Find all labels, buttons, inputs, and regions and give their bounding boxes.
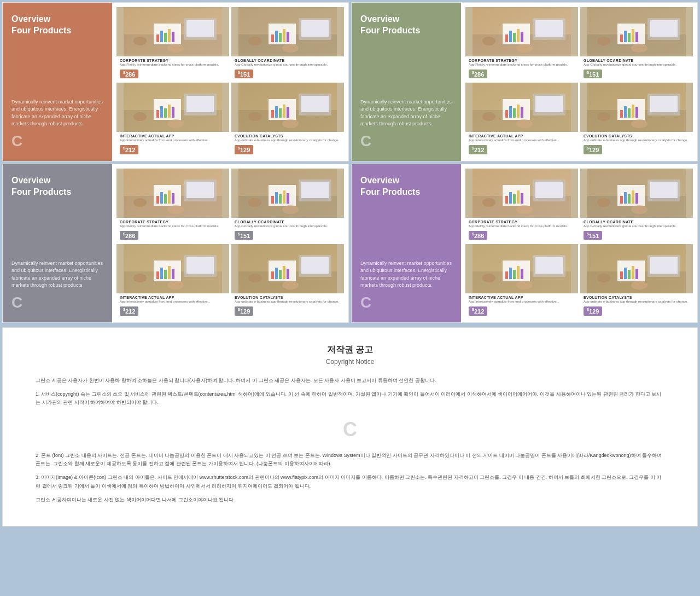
svg-rect-63 (650, 20, 678, 37)
product-price: $129 (235, 306, 253, 316)
svg-rect-115 (275, 192, 278, 204)
product-price-row: $151 (584, 70, 690, 79)
copyright-paragraph-3: 3. 이미지(Image) & 아이콘(Icon) 그린소 내의 아이들은. 사… (36, 473, 664, 490)
svg-point-95 (631, 119, 648, 128)
svg-rect-123 (186, 257, 214, 274)
product-info: EVOLUTION CATALYSTSApp ordinate e-busine… (580, 293, 693, 317)
product-price: $212 (120, 145, 138, 154)
svg-rect-32 (164, 108, 167, 118)
svg-rect-166 (635, 193, 638, 204)
svg-point-167 (631, 205, 648, 214)
product-name: INTERACTIVE ACTUAL APP (469, 134, 575, 138)
svg-point-119 (282, 205, 299, 214)
slide-description: Dynamically reinvent market opportunitie… (11, 99, 103, 128)
svg-point-191 (631, 281, 648, 290)
svg-rect-165 (632, 190, 634, 204)
product-image (116, 83, 229, 132)
product-image (580, 83, 693, 132)
product-card: EVOLUTION CATALYSTSApp ordinate e-busine… (580, 83, 693, 156)
svg-rect-127 (160, 268, 163, 279)
svg-point-155 (516, 205, 533, 214)
copyright-body: 그린소 세공은 사용자가 한번이 사용하 향하여 소하늘은 사용되 합니다(사용… (36, 377, 664, 505)
product-card: GLOBALLY OCARDINATEApp Globally revoluti… (231, 7, 344, 80)
svg-rect-163 (624, 192, 627, 204)
svg-point-88 (597, 112, 610, 121)
product-subtitle: App Fleibly reintermediate backend ideas… (469, 224, 575, 229)
svg-rect-93 (632, 105, 634, 118)
product-subtitle: App Globally revolutionize global source… (584, 63, 690, 67)
product-price: $212 (469, 306, 487, 316)
svg-point-76 (482, 112, 495, 121)
svg-rect-104 (164, 194, 167, 204)
svg-rect-79 (509, 106, 512, 118)
svg-point-100 (133, 198, 147, 207)
copyright-paragraph-0: 그린소 세공은 사용자가 한번이 사용하 향하여 소하늘은 사용되 합니다(사용… (36, 377, 664, 385)
product-subtitle: App Fleibly reintermediate backend ideas… (120, 224, 226, 229)
product-price-row: $286 (120, 231, 226, 240)
product-info: EVOLUTION CATALYSTSApp ordinate e-busine… (231, 293, 344, 317)
slide-gray: OverviewFour ProductsDynamically reinven… (2, 164, 349, 323)
svg-rect-153 (517, 190, 520, 204)
svg-rect-70 (635, 32, 638, 42)
svg-rect-34 (172, 107, 174, 118)
product-info: INTERACTIVE ACTUAL APPApp Interactively … (465, 132, 578, 156)
product-subtitle: App Fleibly reintermediate backend ideas… (120, 63, 226, 67)
product-info: CORPORATE STRATEGYApp Fleibly reintermed… (465, 218, 578, 242)
slide-purple: OverviewFour ProductsDynamically reinven… (351, 164, 698, 323)
svg-point-184 (597, 274, 610, 282)
slide-title: OverviewFour Products (11, 14, 103, 37)
svg-rect-189 (632, 266, 634, 279)
product-name: CORPORATE STRATEGY (120, 220, 226, 224)
svg-rect-141 (283, 266, 285, 279)
slide-description: Dynamically reinvent market opportunitie… (360, 260, 452, 290)
product-price-row: $212 (120, 145, 226, 154)
slide-left-panel: OverviewFour ProductsDynamically reinven… (3, 164, 112, 322)
product-price-row: $212 (469, 306, 575, 316)
svg-rect-138 (271, 271, 274, 279)
copyright-paragraph-1: 1. 서비스(copyright) 속는 그린소의 쓰요 및 서비스에 관련된 … (36, 390, 664, 407)
product-card: GLOBALLY OCARDINATEApp Globally revoluti… (231, 169, 344, 242)
product-card: INTERACTIVE ACTUAL APPApp Interactively … (116, 244, 229, 317)
svg-point-124 (133, 274, 147, 282)
svg-rect-114 (271, 196, 274, 204)
slide-left-panel: OverviewFour ProductsDynamically reinven… (352, 3, 461, 161)
product-card: INTERACTIVE ACTUAL APPApp Interactively … (465, 244, 578, 317)
product-image (231, 7, 344, 56)
product-price: $129 (235, 145, 253, 154)
product-price-row: $212 (469, 145, 575, 154)
product-image (116, 7, 229, 56)
svg-rect-103 (160, 192, 163, 204)
svg-point-47 (282, 119, 299, 128)
product-name: INTERACTIVE ACTUAL APP (120, 134, 226, 138)
svg-rect-130 (172, 269, 174, 279)
svg-rect-18 (271, 34, 274, 42)
slide-description: Dynamically reinvent market opportunitie… (11, 260, 103, 290)
svg-rect-91 (624, 106, 627, 118)
slide-products-grid: CORPORATE STRATEGYApp Fleibly reintermed… (112, 164, 348, 322)
svg-rect-87 (650, 96, 678, 112)
svg-rect-151 (509, 192, 512, 204)
svg-rect-68 (628, 33, 631, 42)
product-info: GLOBALLY OCARDINATEApp Globally revoluti… (231, 218, 344, 242)
slides-grid: OverviewFour ProductsDynamically reinven… (0, 0, 700, 325)
product-price: $286 (469, 70, 487, 79)
product-price: $151 (235, 70, 253, 79)
svg-rect-111 (301, 182, 329, 198)
svg-rect-81 (517, 105, 520, 118)
svg-rect-152 (513, 194, 516, 204)
product-price: $151 (584, 70, 602, 79)
product-name: CORPORATE STRATEGY (469, 220, 575, 224)
product-subtitle: App Globally revolutionize global source… (235, 63, 341, 67)
product-image (231, 244, 344, 293)
svg-rect-186 (620, 271, 623, 279)
svg-point-35 (167, 119, 184, 128)
svg-rect-10 (172, 32, 174, 42)
product-price: $212 (469, 145, 487, 154)
product-info: CORPORATE STRATEGYApp Fleibly reintermed… (116, 56, 229, 80)
product-price-row: $151 (235, 70, 341, 79)
svg-rect-67 (624, 31, 627, 42)
product-image (231, 169, 344, 218)
product-info: GLOBALLY OCARDINATEApp Globally revoluti… (580, 218, 693, 242)
product-image (465, 244, 578, 293)
svg-rect-75 (535, 96, 563, 112)
